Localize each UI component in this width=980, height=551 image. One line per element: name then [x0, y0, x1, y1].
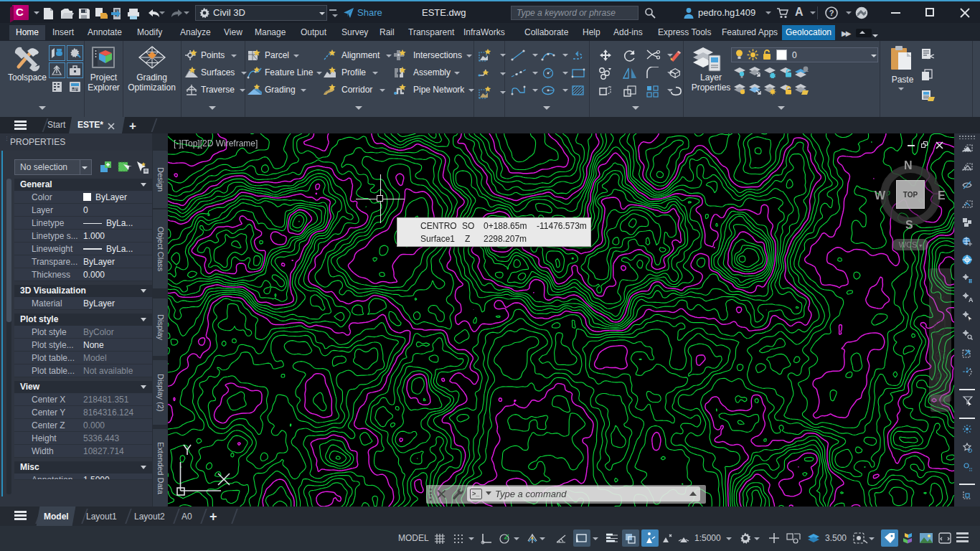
svg-text:A: A [969, 296, 973, 303]
